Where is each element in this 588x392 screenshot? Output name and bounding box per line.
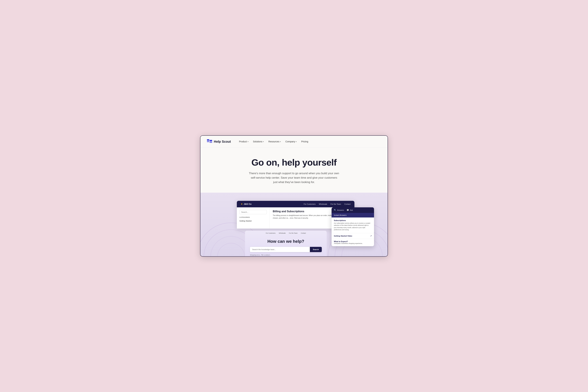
external-link-icon: ↗ (370, 235, 372, 237)
jsg-categories-label: CATEGORIES (239, 216, 267, 218)
nav-product[interactable]: Product ▾ (239, 140, 248, 143)
logo-text: Help Scout (214, 140, 231, 144)
main-nav: Help Scout Product ▾ Solutions ▾ Resourc… (200, 136, 388, 148)
front-nav-team: For the Team (289, 232, 298, 234)
ia-tab-answers[interactable]: 🔍 Answers (334, 209, 344, 211)
jsg-nav-wholesale[interactable]: Wholesale (319, 203, 327, 205)
front-below-text: Shopping at ou... ffer a subscri... (250, 252, 322, 256)
front-nav-customers: For Customers (266, 232, 276, 234)
helpscout-logo-icon (207, 139, 212, 144)
chevron-down-icon: ▾ (280, 141, 281, 142)
jsg-search-input[interactable] (239, 210, 267, 214)
jsg-nav: ✦ J&G Co For Customers Wholesale For the… (237, 201, 354, 207)
jsg-star-icon: ✦ (241, 203, 243, 206)
chevron-down-icon: ▾ (296, 141, 297, 142)
front-panel-wrapper: For Customers Wholesale For the Team Con… (245, 231, 327, 256)
front-search-bar: Search (250, 247, 322, 252)
jsg-nav-links: For Customers Wholesale For the Team Con… (304, 203, 350, 205)
jsg-panel: ✦ J&G Co For Customers Wholesale For the… (237, 201, 351, 228)
front-content: How can we help? Search Shopping at ou..… (250, 236, 322, 256)
chat-icon: 💬 (347, 209, 349, 211)
front-search-button[interactable]: Search (310, 247, 322, 252)
nav-solutions[interactable]: Solutions ▾ (253, 140, 264, 143)
ia-what-to-expect-link[interactable]: What to Expect? Anticipate a seamless sh… (332, 239, 374, 246)
nav-links: Product ▾ Solutions ▾ Resources ▾ Compan… (239, 140, 308, 143)
svg-rect-3 (210, 142, 212, 143)
svg-rect-0 (207, 139, 209, 140)
jsg-nav-for-team[interactable]: For the Team (330, 203, 341, 205)
ia-instant-label: Instant Answers (332, 213, 374, 218)
front-nav: For Customers Wholesale For the Team Con… (245, 231, 327, 236)
svg-rect-2 (210, 140, 212, 141)
jsg-nav-contact[interactable]: Contact (344, 203, 350, 205)
front-title: How can we help? (250, 239, 322, 244)
demo-panels-wrapper: ✦ J&G Co For Customers Wholesale For the… (205, 201, 383, 256)
nav-resources[interactable]: Resources ▾ (268, 140, 281, 143)
logo-link[interactable]: Help Scout (207, 139, 231, 144)
hero-title: Go on, help yourself (207, 158, 381, 168)
ia-subscriptions-item: Subscriptions Our subscription service a… (332, 218, 374, 233)
chevron-down-icon: ▾ (263, 141, 264, 142)
jsg-nav-for-customers[interactable]: For Customers (304, 203, 316, 205)
svg-rect-1 (207, 141, 209, 142)
chevron-down-icon: ▾ (248, 141, 248, 142)
front-panel: For Customers Wholesale For the Team Con… (245, 231, 327, 256)
front-search-input[interactable] (250, 247, 310, 252)
ia-tab-ask[interactable]: 💬 Ask (347, 209, 353, 211)
front-nav-wholesale: Wholesale (279, 232, 286, 234)
jsg-logo: ✦ J&G Co (241, 203, 252, 206)
jsg-sidebar: CATEGORIES Getting Started (237, 207, 270, 228)
jsg-brand: J&G Co (244, 203, 252, 205)
instant-answers-panel: 🔍 Answers 💬 Ask Instant Answers Subscrip… (332, 207, 374, 246)
nav-pricing[interactable]: Pricing (301, 140, 308, 143)
browser-window: Help Scout Product ▾ Solutions ▾ Resourc… (200, 135, 388, 256)
ia-tabs: 🔍 Answers 💬 Ask (332, 207, 374, 213)
demo-section: ✦ J&G Co For Customers Wholesale For the… (200, 193, 388, 256)
hero-subtitle: There's more than enough support to go a… (248, 171, 340, 184)
nav-company[interactable]: Company ▾ (285, 140, 297, 143)
jsg-category-getting-started[interactable]: Getting Started (239, 220, 267, 222)
ia-getting-started-link[interactable]: Getting Started Video ↗ (332, 233, 374, 239)
hero-section: Go on, help yourself There's more than e… (200, 148, 388, 192)
search-icon: 🔍 (334, 209, 336, 211)
front-nav-contact: Contact (301, 232, 306, 234)
